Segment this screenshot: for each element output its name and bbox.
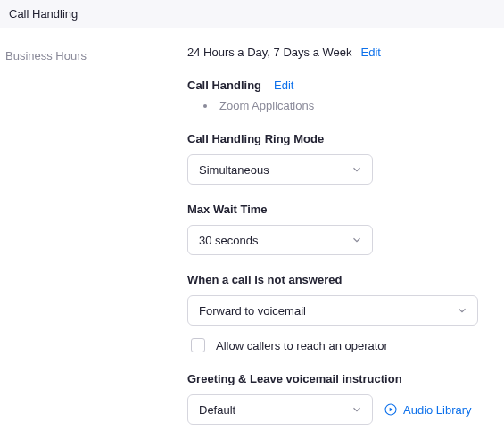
allow-operator-label: Allow callers to reach an operator — [216, 339, 388, 352]
call-handling-item: Zoom Applications — [187, 99, 486, 112]
not-answered-select[interactable]: Forward to voicemail — [187, 295, 478, 326]
allow-operator-checkbox[interactable] — [191, 338, 205, 352]
hours-value: 24 Hours a Day, 7 Days a Week — [187, 46, 352, 59]
bullet-icon — [203, 104, 207, 108]
chevron-down-icon — [351, 403, 363, 416]
greeting-select[interactable]: Default — [187, 394, 373, 425]
call-handling-title: Call Handling — [187, 79, 261, 92]
edit-call-handling-link[interactable]: Edit — [274, 79, 293, 92]
chevron-down-icon — [351, 163, 363, 176]
business-hours-label: Business Hours — [5, 49, 87, 62]
not-answered-label: When a call is not answered — [187, 273, 486, 286]
chevron-down-icon — [351, 234, 363, 246]
audio-library-link[interactable]: Audio Library — [384, 402, 472, 417]
chevron-down-icon — [456, 304, 468, 317]
ring-mode-select[interactable]: Simultaneous — [187, 154, 373, 185]
edit-hours-link[interactable]: Edit — [361, 46, 381, 59]
play-icon — [384, 402, 398, 417]
max-wait-selected: 30 seconds — [199, 234, 259, 247]
sidebar-label-column: Business Hours — [0, 46, 187, 443]
ring-mode-selected: Simultaneous — [199, 163, 269, 177]
greeting-label: Greeting & Leave voicemail instruction — [187, 372, 486, 385]
not-answered-selected: Forward to voicemail — [199, 304, 306, 318]
page-title: Call Handling — [9, 7, 78, 21]
ring-mode-label: Call Handling Ring Mode — [187, 132, 486, 145]
call-handling-item-label: Zoom Applications — [219, 99, 314, 112]
audio-library-label: Audio Library — [403, 403, 472, 417]
svg-marker-1 — [390, 408, 393, 412]
page-header: Call Handling — [0, 0, 504, 28]
greeting-selected: Default — [199, 403, 235, 417]
max-wait-label: Max Wait Time — [187, 203, 486, 216]
max-wait-select[interactable]: 30 seconds — [187, 225, 373, 255]
